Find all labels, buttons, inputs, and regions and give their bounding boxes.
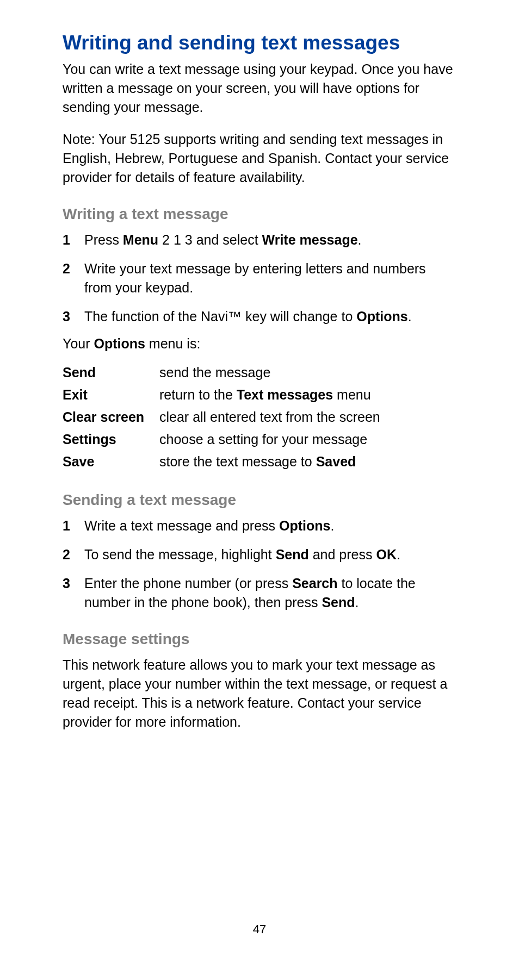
option-row-clear-screen: Clear screen clear all entered text from… [63, 406, 380, 428]
option-desc: return to the Text messages menu [159, 384, 380, 406]
writing-steps-list: 1 Press Menu 2 1 3 and select Write mess… [63, 230, 456, 326]
section-heading-message-settings: Message settings [63, 631, 456, 648]
sending-step-3: 3 Enter the phone number (or press Searc… [63, 574, 456, 612]
sending-steps-list: 1 Write a text message and press Options… [63, 516, 456, 612]
option-label: Send [63, 361, 159, 384]
intro-paragraph-2: Note: Your 5125 supports writing and sen… [63, 130, 456, 187]
step-text: Enter the phone number (or press Search … [84, 576, 416, 610]
intro-paragraph-1: You can write a text message using your … [63, 60, 456, 117]
document-page: Writing and sending text messages You ca… [0, 0, 519, 732]
option-row-save: Save store the text message to Saved [63, 451, 380, 473]
option-desc: choose a setting for your message [159, 428, 380, 451]
step-text: To send the message, highlight Send and … [84, 547, 400, 562]
option-label: Settings [63, 428, 159, 451]
option-row-settings: Settings choose a setting for your messa… [63, 428, 380, 451]
option-desc: send the message [159, 361, 380, 384]
writing-step-2: 2 Write your text message by entering le… [63, 259, 456, 297]
option-desc: clear all entered text from the screen [159, 406, 380, 428]
step-text: The function of the Navi™ key will chang… [84, 309, 412, 324]
page-heading: Writing and sending text messages [63, 32, 456, 54]
writing-step-3: 3 The function of the Navi™ key will cha… [63, 307, 456, 326]
option-label: Clear screen [63, 406, 159, 428]
page-number: 47 [0, 922, 519, 937]
step-text: Press Menu 2 1 3 and select Write messag… [84, 232, 362, 247]
option-label: Save [63, 451, 159, 473]
sending-step-1: 1 Write a text message and press Options… [63, 516, 456, 535]
option-row-exit: Exit return to the Text messages menu [63, 384, 380, 406]
option-row-send: Send send the message [63, 361, 380, 384]
sending-step-2: 2 To send the message, highlight Send an… [63, 545, 456, 564]
section-heading-sending: Sending a text message [63, 491, 456, 509]
writing-step-1: 1 Press Menu 2 1 3 and select Write mess… [63, 230, 456, 249]
options-intro: Your Options menu is: [63, 336, 456, 352]
step-number: 3 [63, 307, 70, 326]
step-number: 1 [63, 230, 70, 249]
option-label: Exit [63, 384, 159, 406]
step-number: 2 [63, 259, 70, 278]
step-number: 2 [63, 545, 70, 564]
step-number: 1 [63, 516, 70, 535]
message-settings-body: This network feature allows you to mark … [63, 656, 456, 732]
step-text: Write a text message and press Options. [84, 518, 334, 533]
step-text: Write your text message by entering lett… [84, 261, 426, 295]
section-heading-writing: Writing a text message [63, 205, 456, 223]
step-number: 3 [63, 574, 70, 593]
options-table: Send send the message Exit return to the… [63, 361, 380, 473]
option-desc: store the text message to Saved [159, 451, 380, 473]
